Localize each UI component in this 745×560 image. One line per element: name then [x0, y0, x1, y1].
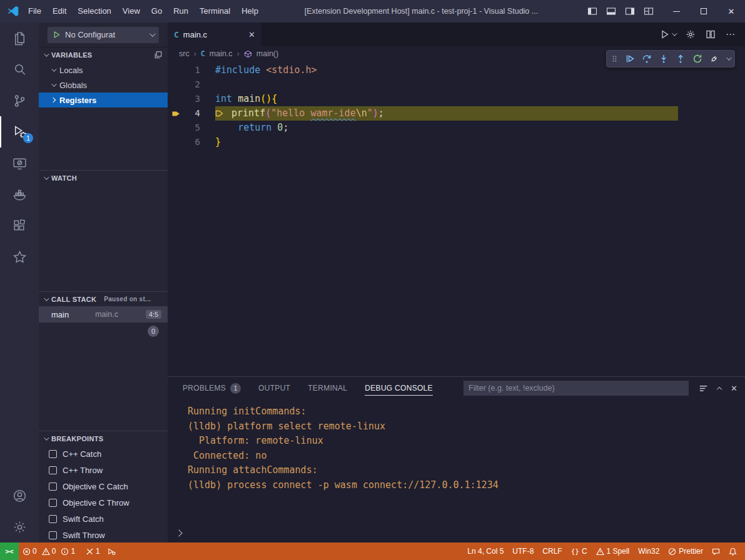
encoding-indicator[interactable]: UTF-8: [508, 547, 538, 556]
breadcrumb-file[interactable]: main.c: [210, 49, 233, 58]
variables-section-header[interactable]: VARIABLES: [39, 48, 168, 62]
stack-frame-row[interactable]: main main.c 4:5: [39, 306, 168, 322]
platform-indicator[interactable]: Win32: [634, 547, 664, 556]
checkbox[interactable]: [49, 531, 57, 539]
watch-section-header[interactable]: WATCH: [39, 170, 168, 185]
maximize-panel-icon[interactable]: [717, 386, 722, 391]
panel-tab-debug-console[interactable]: DEBUG CONSOLE: [365, 377, 433, 399]
toggle-sidebar-icon[interactable]: [585, 2, 600, 20]
restart-icon[interactable]: [692, 54, 702, 64]
debug-current-line-arrow[interactable]: [168, 106, 184, 121]
menu-edit[interactable]: Edit: [47, 0, 72, 22]
copy-value-icon[interactable]: [154, 51, 163, 59]
checkbox[interactable]: [49, 499, 57, 507]
menu-go[interactable]: Go: [146, 0, 168, 22]
remote-indicator[interactable]: ><: [0, 542, 19, 560]
gear-icon[interactable]: [686, 29, 696, 39]
close-button[interactable]: ✕: [717, 0, 745, 22]
panel-tab-output[interactable]: OUTPUT: [258, 377, 290, 399]
breakpoint-gutter[interactable]: [168, 121, 184, 135]
debug-status[interactable]: [104, 548, 119, 556]
docker-icon[interactable]: [0, 179, 39, 210]
checkbox[interactable]: [49, 482, 57, 491]
customize-layout-icon[interactable]: [641, 2, 656, 20]
menu-help[interactable]: Help: [236, 0, 264, 22]
panel-tab-problems[interactable]: PROBLEMS1: [183, 377, 241, 399]
toolbar-grip-icon[interactable]: [611, 54, 618, 64]
cursor-position[interactable]: Ln 4, Col 5: [463, 547, 508, 556]
session-count-badge: 0: [148, 326, 159, 337]
launch-config-dropdown[interactable]: No Configurat: [48, 27, 159, 43]
editor-code-area[interactable]: 1#include <stdio.h>23int main(){4printf(…: [168, 61, 745, 376]
breakpoint-gutter[interactable]: [168, 92, 184, 106]
tools-status[interactable]: 1: [82, 547, 104, 556]
search-icon[interactable]: [0, 54, 39, 85]
call-stack-section-header[interactable]: CALL STACK Paused on st...: [39, 291, 168, 306]
extensions-icon[interactable]: [0, 210, 39, 241]
remote-explorer-icon[interactable]: [0, 148, 39, 179]
code-line-content[interactable]: int main(){: [215, 92, 277, 106]
source-control-icon[interactable]: [0, 85, 39, 116]
run-and-debug-icon[interactable]: 1: [0, 116, 39, 148]
prettier-status[interactable]: Prettier: [664, 547, 707, 556]
breakpoint-item-c-catch[interactable]: C++ Catch: [39, 446, 168, 462]
menu-file[interactable]: File: [23, 0, 47, 22]
close-panel-icon[interactable]: ✕: [731, 384, 737, 393]
problems-status[interactable]: 0 0 1: [19, 547, 82, 556]
breakpoint-item-objective-c-throw[interactable]: Objective C Throw: [39, 494, 168, 511]
breadcrumb-symbol[interactable]: main(): [256, 49, 278, 58]
breakpoint-item-c-throw[interactable]: C++ Throw: [39, 462, 168, 478]
variables-scope-locals[interactable]: Locals: [39, 62, 168, 78]
run-or-debug-button[interactable]: [660, 29, 676, 39]
breakpoint-gutter[interactable]: [168, 78, 184, 92]
code-line-content[interactable]: return 0;: [215, 121, 288, 135]
settings-gear-icon[interactable]: [0, 511, 39, 542]
code-line-content[interactable]: printf("hello wamr-ide\n");: [215, 106, 678, 121]
menu-run[interactable]: Run: [168, 0, 194, 22]
maximize-button[interactable]: [690, 0, 717, 22]
menu-selection[interactable]: Selection: [72, 0, 116, 22]
star-icon[interactable]: [0, 241, 39, 272]
toggle-panel-icon[interactable]: [604, 2, 619, 20]
breakpoint-item-swift-catch[interactable]: Swift Catch: [39, 511, 168, 527]
minimize-button[interactable]: [662, 0, 690, 22]
language-indicator[interactable]: {}C: [567, 547, 592, 556]
console-filter-input[interactable]: [464, 381, 689, 396]
code-line-content[interactable]: #include <stdio.h>: [215, 63, 317, 78]
eol-indicator[interactable]: CRLF: [538, 547, 566, 556]
checkbox[interactable]: [49, 450, 57, 458]
code-line-content[interactable]: }: [215, 135, 221, 149]
checkbox[interactable]: [49, 515, 57, 523]
breadcrumb-src[interactable]: src: [179, 49, 190, 58]
more-actions-icon[interactable]: ⋯: [726, 29, 735, 40]
split-editor-icon[interactable]: [706, 29, 716, 39]
feedback-button[interactable]: [707, 548, 724, 556]
step-over-icon[interactable]: [642, 54, 652, 64]
explorer-icon[interactable]: [0, 22, 39, 54]
tab-main-c[interactable]: C main.c ✕: [168, 22, 261, 46]
account-icon[interactable]: [0, 480, 39, 511]
tab-close-icon[interactable]: ✕: [248, 30, 255, 39]
step-into-icon[interactable]: [659, 54, 669, 64]
spell-status[interactable]: 1 Spell: [592, 547, 634, 556]
menu-view[interactable]: View: [117, 0, 146, 22]
chevron-down-icon[interactable]: [726, 55, 731, 60]
breakpoint-gutter[interactable]: [168, 135, 184, 149]
console-input-row[interactable]: [176, 526, 745, 541]
variables-scope-globals[interactable]: Globals: [39, 78, 168, 92]
notifications-button[interactable]: [724, 548, 741, 556]
step-out-icon[interactable]: [676, 54, 686, 64]
continue-icon[interactable]: [625, 54, 635, 64]
toggle-secondary-sidebar-icon[interactable]: [622, 2, 637, 20]
breakpoint-item-objective-c-catch[interactable]: Objective C Catch: [39, 478, 168, 494]
menu-terminal[interactable]: Terminal: [194, 0, 236, 22]
checkbox[interactable]: [49, 466, 57, 474]
debug-console[interactable]: Running initCommands:(lldb) platform sel…: [168, 399, 745, 542]
breakpoint-gutter[interactable]: [168, 63, 184, 78]
disconnect-icon[interactable]: [709, 54, 719, 64]
console-options-icon[interactable]: [699, 384, 708, 393]
panel-tab-terminal[interactable]: TERMINAL: [308, 377, 347, 399]
breakpoint-item-swift-throw[interactable]: Swift Throw: [39, 527, 168, 542]
breakpoints-section-header[interactable]: BREAKPOINTS: [39, 431, 168, 446]
variables-scope-registers[interactable]: Registers: [39, 92, 168, 108]
